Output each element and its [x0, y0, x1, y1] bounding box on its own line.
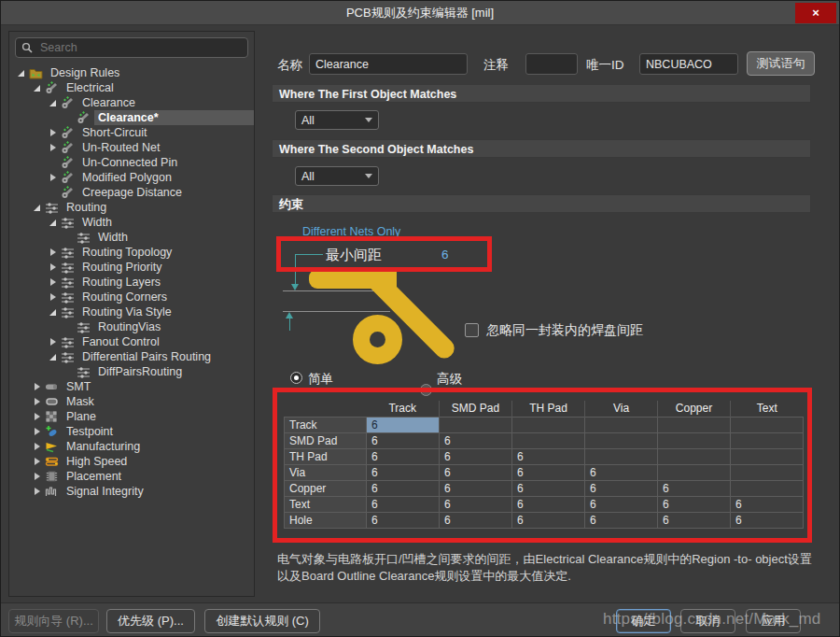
tree-item-high-speed[interactable]: High Speed — [9, 454, 254, 469]
expander-closed-icon[interactable] — [33, 382, 43, 392]
matrix-cell[interactable]: 6 — [658, 480, 731, 496]
matrix-cell[interactable]: 6 — [440, 464, 512, 480]
matrix-cell[interactable]: 6 — [367, 496, 440, 512]
matrix-cell[interactable]: 6 — [731, 512, 804, 528]
tree-item-electrical[interactable]: Electrical — [9, 80, 254, 95]
tree-item-diffpairsrouting[interactable]: DiffPairsRouting — [9, 364, 254, 379]
matrix-cell[interactable] — [512, 432, 585, 448]
expander-closed-icon[interactable] — [49, 292, 59, 303]
matrix-cell[interactable]: 6 — [658, 496, 731, 512]
expander-closed-icon[interactable] — [49, 173, 59, 183]
matrix-cell[interactable]: 6 — [512, 512, 585, 528]
simple-radio[interactable] — [290, 372, 302, 384]
close-button[interactable]: × — [795, 3, 836, 23]
matrix-cell[interactable]: 6 — [367, 432, 440, 448]
tree-item-fanout-control[interactable]: Fanout Control — [9, 334, 254, 349]
tree-item-routing-corners[interactable]: Routing Corners — [9, 290, 254, 304]
expander-closed-icon[interactable] — [33, 472, 43, 482]
tree-item-width[interactable]: Width — [9, 215, 254, 230]
expander-open-icon[interactable] — [49, 218, 59, 228]
expander-closed-icon[interactable] — [33, 487, 43, 497]
matrix-cell[interactable]: 6 — [585, 464, 658, 480]
tree-item-routingvias[interactable]: RoutingVias — [9, 319, 254, 334]
matrix-cell[interactable]: 6 — [512, 496, 585, 512]
tree-item-clearance[interactable]: Clearance* — [9, 110, 254, 125]
matrix-cell[interactable]: 6 — [367, 464, 440, 480]
matrix-cell[interactable]: 6 — [367, 480, 440, 496]
matrix-cell[interactable] — [731, 417, 804, 432]
priorities-button[interactable]: 优先级 (P)... — [106, 609, 195, 633]
tree-item-mask[interactable]: Mask — [9, 394, 254, 409]
expander-open-icon[interactable] — [33, 203, 43, 213]
matrix-cell[interactable] — [658, 464, 731, 480]
tree-item-short-circuit[interactable]: Short-Circuit — [9, 125, 254, 140]
matrix-cell[interactable] — [585, 432, 658, 448]
create-default-rules-button[interactable]: 创建默认规则 (C) — [204, 609, 320, 633]
tree-item-routing-topology[interactable]: Routing Topology — [9, 245, 254, 260]
name-input[interactable] — [309, 53, 468, 75]
matrix-cell[interactable]: 6 — [512, 480, 585, 496]
first-object-dropdown[interactable]: All — [295, 110, 379, 130]
search-input[interactable] — [38, 40, 242, 55]
search-box[interactable] — [15, 37, 248, 58]
expander-closed-icon[interactable] — [49, 277, 59, 288]
unique-id-input[interactable] — [639, 53, 738, 75]
matrix-cell[interactable]: 6 — [440, 432, 512, 448]
expander-closed-icon[interactable] — [33, 457, 43, 467]
expander-closed-icon[interactable] — [49, 128, 59, 138]
expander-closed-icon[interactable] — [49, 262, 59, 273]
matrix-cell[interactable]: 6 — [512, 448, 585, 464]
tree-item-clearance[interactable]: Clearance — [9, 95, 254, 110]
expander-closed-icon[interactable] — [33, 427, 43, 437]
expander-closed-icon[interactable] — [33, 397, 43, 407]
matrix-cell[interactable] — [658, 417, 731, 432]
min-clearance-input[interactable]: 6 — [441, 248, 449, 262]
expander-open-icon[interactable] — [17, 68, 27, 78]
tree-item-plane[interactable]: Plane — [9, 409, 254, 424]
comment-input[interactable] — [525, 53, 578, 75]
tree-item-routing-layers[interactable]: Routing Layers — [9, 275, 254, 290]
matrix-cell[interactable] — [440, 417, 512, 432]
cancel-button[interactable]: 取消 — [680, 609, 735, 633]
matrix-cell[interactable]: 6 — [367, 417, 440, 432]
matrix-cell[interactable]: 6 — [440, 480, 512, 496]
matrix-cell[interactable] — [731, 448, 804, 464]
tree-item-routing[interactable]: Routing — [9, 200, 254, 215]
ignore-pads-checkbox[interactable] — [465, 323, 479, 337]
matrix-cell[interactable] — [585, 417, 658, 432]
tree-item-un-connected-pin[interactable]: Un-Connected Pin — [9, 155, 254, 170]
tree-item-differential-pairs-routing[interactable]: Differential Pairs Routing — [9, 349, 254, 364]
tree-item-width[interactable]: Width — [9, 230, 254, 245]
tree-item-routing-priority[interactable]: Routing Priority — [9, 260, 254, 275]
expander-open-icon[interactable] — [49, 98, 59, 108]
matrix-cell[interactable] — [658, 448, 731, 464]
matrix-cell[interactable]: 6 — [367, 448, 440, 464]
matrix-cell[interactable] — [731, 464, 804, 480]
tree-item-design-rules[interactable]: Design Rules — [9, 65, 254, 80]
ok-button[interactable]: 确定 — [616, 609, 671, 633]
matrix-cell[interactable] — [585, 448, 658, 464]
matrix-cell[interactable] — [731, 432, 804, 448]
matrix-cell[interactable]: 6 — [585, 512, 658, 528]
tree-item-creepage-distance[interactable]: Creepage Distance — [9, 185, 254, 200]
tree-item-un-routed-net[interactable]: Un-Routed Net — [9, 140, 254, 155]
tree-item-routing-via-style[interactable]: Routing Via Style — [9, 304, 254, 319]
matrix-cell[interactable]: 6 — [585, 496, 658, 512]
tree-item-signal-integrity[interactable]: Signal Integrity — [9, 484, 254, 499]
expander-open-icon[interactable] — [49, 352, 59, 362]
matrix-cell[interactable] — [512, 417, 585, 432]
matrix-cell[interactable]: 6 — [440, 512, 512, 528]
expander-open-icon[interactable] — [49, 307, 59, 318]
matrix-cell[interactable]: 6 — [512, 464, 585, 480]
matrix-cell[interactable]: 6 — [731, 496, 804, 512]
expander-closed-icon[interactable] — [33, 412, 43, 422]
tree-item-testpoint[interactable]: Testpoint — [9, 424, 254, 439]
test-query-button[interactable]: 测试语句 — [747, 51, 815, 76]
expander-open-icon[interactable] — [33, 83, 43, 93]
matrix-cell[interactable]: 6 — [585, 480, 658, 496]
tree-item-smt[interactable]: SMT — [9, 379, 254, 394]
matrix-cell[interactable]: 6 — [440, 448, 512, 464]
second-object-dropdown[interactable]: All — [295, 166, 379, 186]
apply-button[interactable]: 应用 — [746, 609, 801, 633]
matrix-cell[interactable]: 6 — [658, 512, 731, 528]
